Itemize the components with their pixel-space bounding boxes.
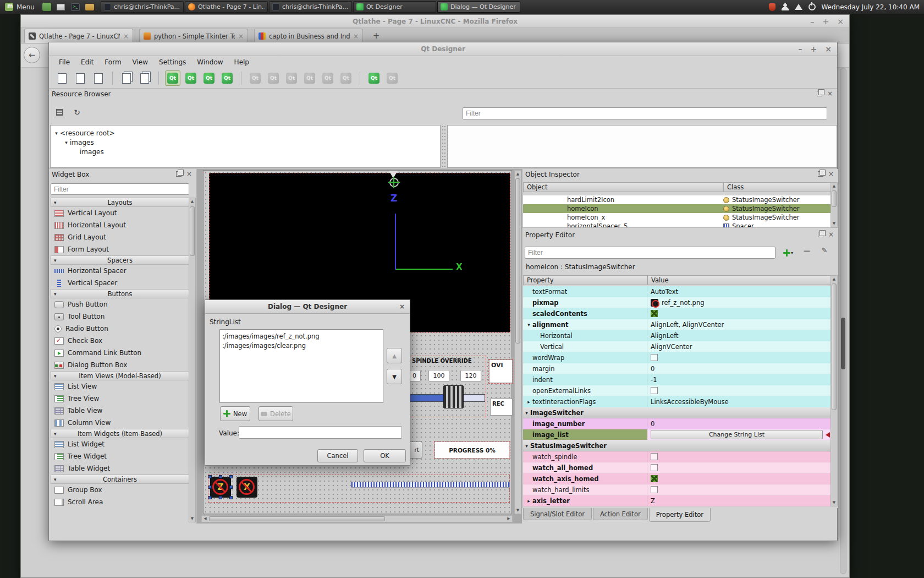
move-up-button[interactable]: ▲ [387, 348, 402, 363]
widget-tree-widget[interactable]: Tree Widget [51, 450, 189, 462]
tree-expander-icon[interactable]: ▾ [63, 140, 70, 145]
property-group-imageswitcher[interactable]: ▾ImageSwitcher [523, 407, 832, 418]
scroll-left-icon[interactable]: ◀ [202, 516, 208, 522]
selection-handle[interactable] [219, 475, 222, 478]
resource-tree-row[interactable]: images [51, 147, 440, 156]
widget-scroll-area[interactable]: Scroll Area [51, 496, 189, 508]
scroll-down-icon[interactable]: ▼ [189, 515, 195, 522]
form-horizontal-scrollbar[interactable]: ◀ ▶ [201, 515, 513, 522]
network-icon[interactable] [795, 4, 802, 10]
property-name-cell[interactable]: watch_spindle [523, 451, 647, 462]
firefox-tab[interactable]: capto in Business and Indust...× [254, 29, 363, 43]
property-name-cell[interactable]: pixmap [523, 297, 647, 308]
checkbox-unchecked-icon[interactable] [651, 453, 658, 460]
scroll-up-icon[interactable]: ▲ [515, 171, 521, 177]
property-value-cell[interactable] [647, 462, 832, 473]
taskbar-task[interactable]: Dialog — Qt Designer [437, 1, 520, 13]
edit-signals-slots-icon[interactable]: Qt [183, 70, 199, 86]
paste-icon[interactable] [137, 70, 152, 86]
widget-list-widget[interactable]: List Widget [51, 438, 189, 450]
tab-property-editor[interactable]: Property Editor [649, 508, 711, 522]
selection-handle[interactable] [208, 475, 212, 478]
property-filter-input[interactable] [525, 247, 776, 259]
open-form-icon[interactable] [73, 70, 88, 86]
property-name-cell[interactable]: Vertical [523, 341, 647, 352]
selection-handle[interactable] [208, 496, 212, 499]
folder-launcher-icon-button[interactable] [84, 1, 96, 13]
add-dynamic-property-button[interactable]: ▾ [779, 247, 798, 258]
property-value-cell[interactable]: AlignLeft, AlignVCenter [647, 319, 832, 330]
update-shield-icon[interactable] [769, 3, 776, 11]
scroll-down-icon[interactable]: ▼ [831, 499, 837, 506]
scroll-down-icon[interactable]: ▼ [831, 220, 837, 227]
form-vertical-scrollbar[interactable]: ▲ ▼ [514, 170, 521, 514]
widget-tool-button[interactable]: Tool Button [51, 310, 189, 323]
change-string-list-button[interactable]: Change String List [651, 430, 823, 439]
property-name-cell[interactable]: image_list [523, 429, 647, 440]
scroll-up-icon[interactable]: ▲ [831, 276, 837, 282]
property-name-cell[interactable]: ▸textInteractionFlags [523, 396, 647, 407]
menu-window[interactable]: Window [191, 57, 228, 67]
close-dock-icon[interactable]: × [186, 171, 192, 177]
float-dock-icon[interactable] [818, 232, 823, 237]
widgetbox-section-containers[interactable]: ▾Containers [51, 475, 189, 484]
property-name-cell[interactable]: ▾alignment [523, 319, 647, 330]
property-value-cell[interactable] [647, 484, 832, 495]
widgetbox-section-buttons[interactable]: ▾Buttons [51, 289, 189, 298]
qt-maximize-button[interactable]: + [811, 45, 817, 53]
tree-expander-icon[interactable]: ▾ [53, 130, 60, 136]
scrollbar-thumb[interactable] [190, 206, 195, 256]
property-name-cell[interactable]: Horizontal [523, 330, 647, 341]
selection-handle[interactable] [208, 486, 212, 489]
inspector-row[interactable]: homeIcon_xStatusImageSwitcher [523, 213, 832, 222]
spindle-slider-handle[interactable] [443, 385, 464, 408]
property-name-cell[interactable]: indent [523, 374, 647, 385]
checkbox-unchecked-icon[interactable] [651, 354, 658, 361]
property-value-cell[interactable]: LinksAccessibleByMouse [647, 396, 832, 407]
widget-push-button[interactable]: Push Button [51, 298, 189, 310]
stringlist-listbox[interactable]: :/images/images/ref_z_not.png:/images/im… [219, 329, 383, 403]
widget-grid-layout[interactable]: Grid Layout [51, 231, 189, 243]
property-value-cell[interactable]: -1 [647, 374, 832, 385]
taskbar-task[interactable]: Qt Designer [353, 1, 436, 13]
float-dock-icon[interactable] [817, 91, 822, 96]
scroll-down-icon[interactable]: ▼ [515, 507, 521, 514]
selection-handle[interactable] [229, 475, 233, 478]
delete-string-button[interactable]: Delete [258, 406, 293, 421]
inspector-row[interactable]: hardLimit2IconStatusImageSwitcher [523, 195, 832, 204]
property-value-cell[interactable] [647, 451, 832, 462]
property-value-cell[interactable] [647, 385, 832, 396]
firefox-tab[interactable]: Qtlathe - Page 7 - LinuxCNC× [24, 29, 133, 43]
widget-command-link-button[interactable]: Command Link Button [51, 347, 189, 359]
scrollbar-thumb[interactable] [832, 283, 837, 410]
property-name-cell[interactable]: watch_axis_homed [523, 473, 647, 484]
firefox-close-button[interactable]: × [837, 18, 844, 25]
tab-close-icon[interactable]: × [123, 32, 129, 40]
selection-handle[interactable] [229, 486, 233, 489]
close-dock-icon[interactable]: × [828, 171, 834, 177]
checkbox-checked-icon[interactable] [651, 475, 658, 482]
firefox-titlebar[interactable]: Qtlathe - Page 7 - LinuxCNC - Mozilla Fi… [21, 15, 849, 28]
reload-resources-button[interactable]: ↻ [71, 106, 83, 118]
value-input[interactable] [239, 426, 402, 439]
resource-tree-row[interactable]: ▾images [51, 138, 440, 147]
widget-horizontal-spacer[interactable]: Horizontal Spacer [51, 265, 189, 277]
property-value-cell[interactable]: Change String List [647, 429, 832, 440]
desktop-launcher-icon-button[interactable] [55, 1, 67, 13]
property-value-cell[interactable]: 0 [647, 418, 832, 429]
menu-settings[interactable]: Settings [153, 57, 191, 67]
widgetbox-section-layouts[interactable]: ▾Layouts [51, 198, 189, 207]
resource-tree-row[interactable]: ▾<resource root> [51, 128, 440, 138]
property-value-cell[interactable] [647, 473, 832, 484]
taskbar-task[interactable]: Qtlathe - Page 7 - Lin... [185, 1, 268, 13]
selection-handle[interactable] [219, 496, 222, 499]
menu-help[interactable]: Help [229, 57, 255, 67]
menu-edit[interactable]: Edit [75, 57, 99, 67]
inspector-row[interactable]: horizontalSpacer_5Spacer [523, 222, 832, 227]
break-layout-icon[interactable]: Qt [366, 70, 382, 86]
scrollbar-thumb[interactable] [832, 190, 837, 207]
property-value-cell[interactable] [647, 352, 832, 363]
property-expander-icon[interactable]: ▸ [525, 498, 532, 504]
firefox-minimize-button[interactable]: – [811, 18, 815, 25]
checkbox-checked-icon[interactable] [651, 310, 658, 317]
